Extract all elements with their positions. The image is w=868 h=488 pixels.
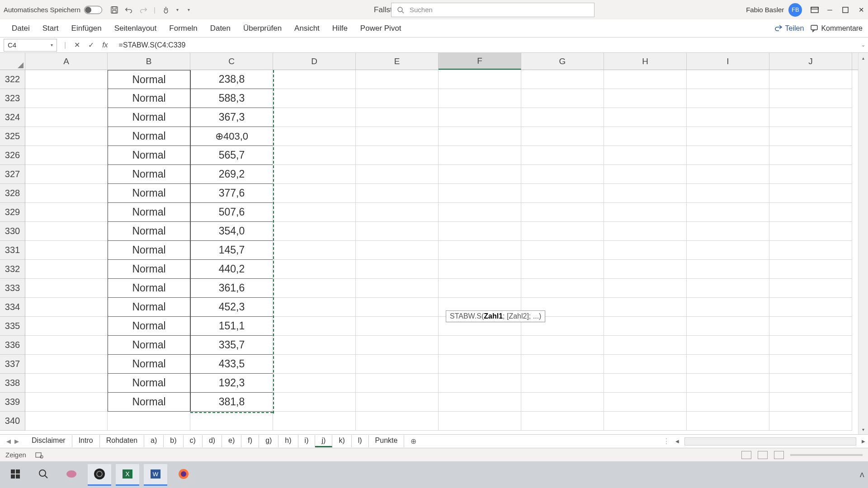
ribbon-display-icon[interactable] [810,6,819,14]
cell[interactable] [25,374,108,393]
accept-formula-icon[interactable]: ✓ [88,41,94,49]
cell[interactable] [769,355,852,374]
cell[interactable] [687,355,769,374]
cell[interactable] [108,412,190,431]
cell[interactable] [356,127,439,146]
tab-start[interactable]: Start [36,20,65,37]
cell[interactable] [769,203,852,222]
cell[interactable] [604,127,687,146]
obs-icon[interactable] [88,464,111,486]
maximize-button[interactable] [842,7,849,13]
cell[interactable] [687,317,769,336]
cell[interactable] [604,317,687,336]
cell[interactable]: Normal [108,222,190,241]
cell[interactable] [769,393,852,412]
row-header[interactable]: 335 [0,317,25,336]
cell[interactable]: 151,1 [190,317,273,336]
cell[interactable] [356,279,439,298]
excel-icon[interactable]: X [116,464,139,486]
sheet-tab[interactable]: j) [315,435,332,447]
cell[interactable] [521,393,604,412]
cell[interactable] [439,260,521,279]
cell[interactable]: Normal [108,165,190,184]
column-header-B[interactable]: B [108,53,190,70]
cell[interactable] [356,317,439,336]
cell[interactable] [687,203,769,222]
row-header[interactable]: 331 [0,241,25,260]
search-taskbar-icon[interactable] [32,464,55,486]
row-header[interactable]: 324 [0,108,25,127]
share-button[interactable]: Teilen [774,24,804,33]
cell[interactable] [439,241,521,260]
tab-datei[interactable]: Datei [5,20,36,37]
cell[interactable] [356,222,439,241]
view-normal-button[interactable] [741,451,751,459]
cell[interactable] [273,412,356,431]
cell[interactable]: 452,3 [190,298,273,317]
expand-formula-bar-icon[interactable]: ⌄ [858,42,868,48]
cell[interactable] [439,279,521,298]
sheet-tab[interactable]: k) [332,435,351,447]
cell[interactable] [25,412,108,431]
tab-formeln[interactable]: Formeln [163,20,203,37]
cell[interactable] [521,241,604,260]
cell[interactable] [356,203,439,222]
cell[interactable] [25,241,108,260]
cell[interactable] [521,165,604,184]
cell[interactable] [604,108,687,127]
scroll-left-icon[interactable]: ◀ [673,439,682,444]
row-header[interactable]: 323 [0,89,25,108]
tab-einfuegen[interactable]: Einfügen [65,20,108,37]
cell[interactable]: Normal [108,70,190,89]
cell[interactable] [273,127,356,146]
cell[interactable] [25,279,108,298]
cell[interactable] [521,336,604,355]
cell[interactable]: 367,3 [190,108,273,127]
column-header-F[interactable]: F [439,53,521,70]
redo-icon[interactable] [139,6,147,14]
sheet-tab[interactable]: h) [278,435,298,447]
cell[interactable] [769,317,852,336]
cell[interactable] [604,146,687,165]
row-header[interactable]: 334 [0,298,25,317]
cell[interactable] [356,298,439,317]
cell[interactable] [356,336,439,355]
cell[interactable] [521,146,604,165]
cell[interactable]: 238,8 [190,70,273,89]
cell[interactable] [25,222,108,241]
function-tooltip[interactable]: STABW.S(Zahl1; [Zahl2]; ...) [446,310,545,322]
cell[interactable] [356,184,439,203]
cell[interactable] [273,165,356,184]
row-header[interactable]: 333 [0,279,25,298]
cell[interactable] [25,203,108,222]
cell[interactable] [604,89,687,108]
row-header[interactable]: 336 [0,336,25,355]
cell[interactable]: Normal [108,184,190,203]
cell[interactable] [273,203,356,222]
cell[interactable] [521,203,604,222]
cell[interactable]: 433,5 [190,355,273,374]
touch-mode-icon[interactable] [162,6,170,14]
cell[interactable] [273,279,356,298]
cell[interactable]: Normal [108,241,190,260]
cell[interactable] [273,241,356,260]
cell[interactable] [356,70,439,89]
cell[interactable] [25,355,108,374]
cell[interactable] [25,184,108,203]
cell[interactable] [604,184,687,203]
cell[interactable] [25,336,108,355]
cell[interactable]: Normal [108,260,190,279]
row-header[interactable]: 328 [0,184,25,203]
cell[interactable] [687,412,769,431]
cell[interactable] [439,222,521,241]
cell[interactable] [356,412,439,431]
name-box[interactable]: C4 ▾ [4,39,57,52]
cell[interactable] [25,298,108,317]
cell[interactable] [521,89,604,108]
tab-hilfe[interactable]: Hilfe [326,20,354,37]
cell[interactable]: 440,2 [190,260,273,279]
cell[interactable] [604,241,687,260]
column-header-G[interactable]: G [521,53,604,70]
cell[interactable] [687,70,769,89]
cell[interactable]: Normal [108,298,190,317]
